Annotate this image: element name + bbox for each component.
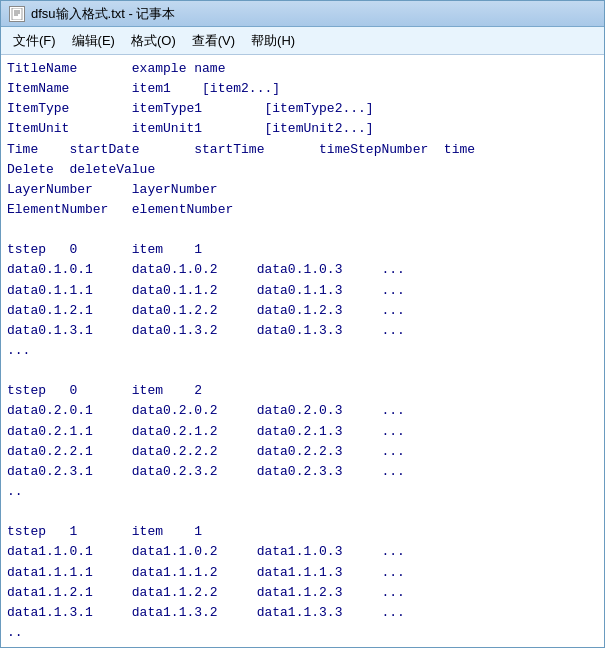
menu-view[interactable]: 查看(V) <box>184 29 243 53</box>
title-bar: dfsu输入格式.txt - 记事本 <box>1 1 604 27</box>
menu-edit[interactable]: 编辑(E) <box>64 29 123 53</box>
menu-help[interactable]: 帮助(H) <box>243 29 303 53</box>
notepad-icon <box>9 6 25 22</box>
svg-rect-0 <box>12 8 22 20</box>
menu-format[interactable]: 格式(O) <box>123 29 184 53</box>
menu-file[interactable]: 文件(F) <box>5 29 64 53</box>
text-content: TitleName example name ItemName item1 [i… <box>7 59 598 643</box>
main-window: dfsu输入格式.txt - 记事本 文件(F) 编辑(E) 格式(O) 查看(… <box>0 0 605 648</box>
text-editor[interactable]: TitleName example name ItemName item1 [i… <box>1 55 604 647</box>
menu-bar: 文件(F) 编辑(E) 格式(O) 查看(V) 帮助(H) <box>1 27 604 55</box>
title-bar-text: dfsu输入格式.txt - 记事本 <box>31 5 175 23</box>
